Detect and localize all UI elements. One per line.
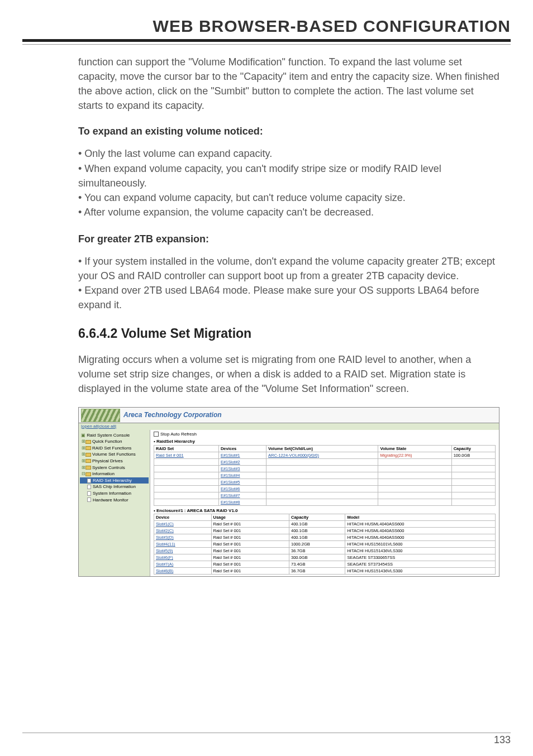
device-link[interactable]: E#1Slot#1: [221, 453, 240, 458]
bullet: • Expand over 2TB used LBA64 mode. Pleas…: [78, 283, 499, 312]
model-cell: HITACHI HUSML4040ASS600: [345, 521, 496, 528]
nav-item[interactable]: SAS Chip Information: [80, 484, 149, 490]
table-row: E#1Slot#5: [154, 479, 496, 485]
raidset-hierarchy-header: • RaidSet Hierarchy: [154, 439, 496, 444]
nav-item[interactable]: ⊞Volume Set Functions: [80, 451, 149, 458]
model-cell: SEAGATE ST373454SS: [345, 561, 496, 568]
expand-icon[interactable]: ⊞: [81, 465, 85, 471]
col-capacity: Capacity: [289, 514, 345, 521]
expand-icon[interactable]: ⊞: [81, 439, 85, 444]
subhead-expand: To expand an existing volume noticed:: [78, 124, 499, 138]
expand-icon[interactable]: ⊞: [81, 458, 85, 464]
banner-title: Areca Technology Corporation: [122, 411, 222, 419]
volset-link[interactable]: ARC-1224-VOL#000(0/0/0): [268, 453, 319, 458]
embedded-screenshot: Areca Technology Corporation |open all|c…: [78, 407, 499, 577]
table-row: Slot#5(9)Raid Set # 00136.7GBHITACHI HUS…: [154, 548, 496, 554]
raidset-table: RAID Set Devices Volume Set(Ch/Id/Lun) V…: [154, 445, 496, 506]
table-header-row: RAID Set Devices Volume Set(Ch/Id/Lun) V…: [154, 445, 496, 452]
stop-refresh[interactable]: Stop Auto Refresh: [154, 432, 496, 437]
table-row: Raid Set # 001 E#1Slot#1 ARC-1224-VOL#00…: [154, 452, 496, 458]
bullets-2tb: • If your system installed in the volume…: [78, 254, 499, 312]
usage-cell: Raid Set # 001: [211, 521, 289, 528]
table-row: Slot#7(A)Raid Set # 00173.4GBSEAGATE ST3…: [154, 561, 496, 568]
capacity-cell: 400.1GB: [289, 534, 345, 541]
table-header-row: Device Usage Capacity Model: [154, 514, 496, 521]
capacity-cell: 100.0GB: [451, 452, 495, 458]
slot-link[interactable]: Slot#3(D): [156, 535, 174, 540]
expand-icon[interactable]: ⊞: [81, 446, 85, 451]
table-row: E#1Slot#6: [154, 485, 496, 492]
capacity-cell: 300.0GB: [289, 554, 345, 561]
device-link[interactable]: E#1Slot#8: [221, 500, 240, 505]
slot-link[interactable]: Slot#7(A): [156, 562, 173, 567]
shot-body: ▣ Raid System Console ⊞Quick Function ⊞R…: [79, 430, 499, 577]
nav-item[interactable]: ⊞Physical Drives: [80, 458, 149, 465]
cube-icon: ▣: [81, 433, 85, 438]
device-link[interactable]: E#1Slot#7: [221, 493, 240, 498]
nav-item[interactable]: ⊟Information: [80, 471, 149, 477]
device-link[interactable]: E#1Slot#3: [221, 466, 240, 471]
section-paragraph: Migrating occurs when a volume set is mi…: [78, 352, 499, 396]
capacity-cell: 36.7GB: [289, 568, 345, 575]
open-close-all[interactable]: |open all|close all|: [79, 423, 499, 430]
content: function can support the "Volume Modific…: [22, 55, 511, 577]
collapse-icon[interactable]: ⊟: [81, 471, 85, 477]
slot-link[interactable]: Slot#8(B): [156, 568, 173, 573]
slot-link[interactable]: Slot#4(11): [156, 542, 175, 547]
nav-item[interactable]: ⊞System Controls: [80, 465, 149, 471]
slot-link[interactable]: Slot#1(C): [156, 521, 174, 527]
page-icon: [87, 485, 91, 489]
folder-icon: [85, 440, 91, 444]
bullet: • Only the last volume can expand capaci…: [78, 146, 499, 161]
nav-item[interactable]: Hardware Monitor: [80, 497, 149, 504]
nav-item[interactable]: ⊞RAID Set Functions: [80, 445, 149, 452]
slot-link[interactable]: Slot#2(C): [156, 528, 174, 533]
volume-state: Migrating(22.9%): [380, 453, 412, 458]
folder-icon: [85, 472, 91, 476]
page-icon: [87, 497, 91, 502]
folder-icon: [85, 466, 91, 470]
device-link[interactable]: E#1Slot#4: [221, 473, 240, 478]
checkbox[interactable]: [154, 432, 159, 437]
usage-cell: Raid Set # 001: [211, 561, 289, 568]
page-icon: [87, 491, 91, 496]
col-usage: Usage: [211, 514, 289, 521]
capacity-cell: 36.7GB: [289, 548, 345, 554]
device-link[interactable]: E#1Slot#2: [221, 460, 240, 465]
raidset-link[interactable]: Raid Set # 001: [156, 453, 184, 458]
expand-icon[interactable]: ⊞: [81, 452, 85, 457]
bullet: • When expand volume capacity, you can't…: [78, 161, 499, 190]
col-devices: Devices: [218, 445, 266, 452]
table-row: E#1Slot#3: [154, 465, 496, 472]
table-row: Slot#2(C)Raid Set # 001400.1GBHITACHI HU…: [154, 528, 496, 534]
capacity-cell: 400.1GB: [289, 521, 345, 528]
col-volstate: Volume State: [378, 445, 451, 452]
nav-item-selected[interactable]: RAID Set Hierarchy: [80, 477, 149, 484]
nav-item[interactable]: System Information: [80, 490, 149, 497]
capacity-cell: 1000.2GB: [289, 541, 345, 548]
table-row: Slot#4(11)Raid Set # 0011000.2GBHITACHI …: [154, 541, 496, 548]
enclosure-header: • Enclosure#1 : ARECA SATA RAID V1.0: [154, 508, 496, 514]
model-cell: SEAGATE ST3300657SS: [345, 554, 496, 561]
device-link[interactable]: E#1Slot#5: [221, 480, 240, 485]
model-cell: HITACHI HUS151436VLS300: [345, 568, 496, 575]
usage-cell: Raid Set # 001: [211, 534, 289, 541]
banner: Areca Technology Corporation: [79, 408, 499, 423]
subhead-2tb: For greater 2TB expansion:: [78, 232, 499, 246]
nav-item[interactable]: ⊞Quick Function: [80, 438, 149, 445]
logo-image: [81, 409, 120, 422]
device-link[interactable]: E#1Slot#6: [221, 486, 240, 491]
slot-link[interactable]: Slot#5(9): [156, 548, 173, 553]
enclosure-table: Device Usage Capacity Model Slot#1(C)Rai…: [154, 514, 496, 575]
slot-link[interactable]: Slot#6(F): [156, 555, 173, 560]
nav-tree: ▣ Raid System Console ⊞Quick Function ⊞R…: [79, 430, 150, 577]
model-cell: HITACHI HUS151436VLS300: [345, 548, 496, 554]
table-row: Slot#3(D)Raid Set # 001400.1GBHITACHI HU…: [154, 534, 496, 541]
table-row: Slot#8(B)Raid Set # 00136.7GBHITACHI HUS…: [154, 568, 496, 575]
col-raidset: RAID Set: [154, 445, 219, 452]
page-number: 133: [22, 733, 511, 746]
bullet: • You can expand volume capacity, but ca…: [78, 190, 499, 205]
nav-root[interactable]: ▣ Raid System Console: [80, 432, 149, 439]
usage-cell: Raid Set # 001: [211, 528, 289, 534]
folder-icon: [85, 453, 91, 457]
